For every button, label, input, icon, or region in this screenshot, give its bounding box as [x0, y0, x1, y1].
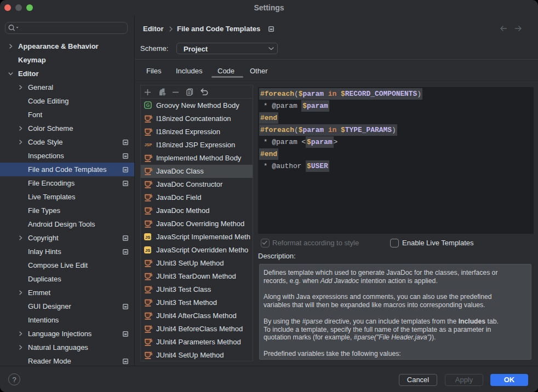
svg-text:G: G — [146, 102, 150, 108]
svg-text:JSP: JSP — [145, 142, 152, 147]
svg-text:JS: JS — [145, 235, 150, 240]
svg-text:JS: JS — [145, 248, 150, 253]
